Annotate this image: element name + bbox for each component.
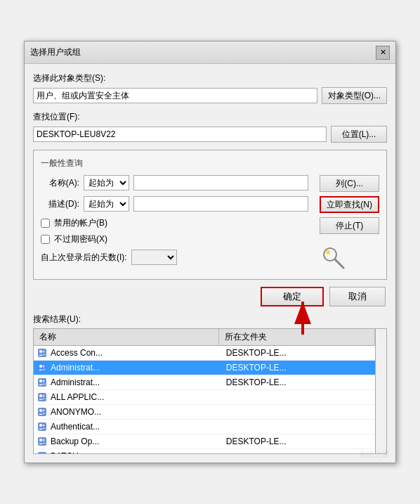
svg-point-9 (39, 365, 42, 368)
user-group-icon (37, 406, 48, 418)
disabled-label: 禁用的帐户(B) (54, 217, 107, 229)
stop-button[interactable]: 停止(T) (320, 217, 379, 234)
general-query-box: 一般性查询 名称(A): 起始为 描述(D): (33, 150, 387, 280)
svg-rect-20 (38, 422, 46, 431)
close-button[interactable]: ✕ (376, 46, 390, 60)
svg-point-10 (43, 366, 45, 368)
user-group-icon (37, 436, 48, 447)
results-list[interactable]: Access Con...DESKTOP-LE... Administrat..… (33, 345, 376, 454)
svg-point-12 (39, 380, 42, 382)
user-group-icon (37, 392, 48, 403)
svg-point-25 (43, 439, 45, 441)
search-icon-area (320, 244, 348, 272)
result-folder: DESKTOP-LE... (226, 377, 372, 387)
svg-rect-17 (38, 408, 46, 416)
object-type-button[interactable]: 对象类型(O)... (322, 87, 387, 104)
search-icon (320, 245, 347, 271)
svg-point-19 (43, 410, 45, 412)
cancel-button[interactable]: 取消 (329, 287, 386, 306)
results-header: 名称 所在文件夹 (33, 328, 376, 345)
arrow-annotation (282, 296, 324, 340)
name-row: 名称(A): 起始为 (41, 175, 308, 190)
scrollbar[interactable] (376, 328, 387, 454)
result-name: ANONYMO... (51, 407, 226, 417)
result-name: Administrat... (51, 363, 226, 373)
svg-point-24 (39, 439, 42, 441)
desc-label: 描述(D): (41, 198, 79, 210)
object-type-row: 对象类型(O)... (33, 87, 387, 104)
table-row[interactable]: Administrat...DESKTOP-LE... (34, 361, 375, 375)
location-row: 位置(L)... (33, 126, 387, 143)
svg-rect-11 (38, 378, 46, 387)
result-name: Access Con... (51, 348, 226, 358)
svg-rect-14 (38, 393, 46, 401)
name-dropdown[interactable]: 起始为 (84, 175, 129, 190)
results-list-container: 名称 所在文件夹 Access Con...DESKTOP-LE... Admi… (33, 328, 376, 454)
svg-point-2 (326, 250, 330, 254)
table-row[interactable]: Backup Op...DESKTOP-LE... (34, 434, 375, 449)
result-name: Backup Op... (51, 437, 226, 446)
object-type-label: 选择此对象类型(S): (33, 72, 387, 84)
result-name: BATCH (51, 451, 226, 454)
result-folder: DESKTOP-LE... (226, 348, 372, 358)
user-group-icon (37, 362, 48, 373)
query-form: 名称(A): 起始为 描述(D): 起始为 (41, 175, 379, 272)
right-buttons: 列(C)... 立即查找(N) 停止(T) (320, 175, 379, 272)
table-row[interactable]: ALL APPLIC... (34, 390, 375, 405)
results-container: 名称 所在文件夹 Access Con...DESKTOP-LE... Admi… (33, 328, 387, 454)
svg-point-15 (39, 394, 42, 397)
select-user-dialog: 选择用户或组 ✕ 选择此对象类型(S): 对象类型(O)... 查找位置(F):… (24, 41, 396, 463)
results-section: 搜索结果(U): 名称 所在文件夹 Access Con...DESKTOP-L… (33, 314, 387, 454)
desc-row: 描述(D): 起始为 (41, 196, 308, 212)
location-input[interactable] (33, 127, 327, 142)
svg-point-6 (39, 350, 42, 353)
search-now-button[interactable]: 立即查找(N) (320, 196, 379, 213)
disabled-checkbox[interactable] (41, 219, 50, 228)
table-row[interactable]: BATCH (34, 449, 375, 454)
noexpiry-label: 不过期密码(X) (54, 233, 107, 245)
name-label: 名称(A): (41, 177, 79, 189)
result-folder: DESKTOP-LE... (226, 437, 372, 446)
result-name: ALL APPLIC... (51, 392, 226, 402)
svg-point-22 (43, 425, 45, 427)
result-folder: DESKTOP-LE... (226, 363, 372, 373)
svg-rect-26 (38, 452, 46, 454)
query-fields: 名称(A): 起始为 描述(D): 起始为 (41, 175, 308, 272)
name-input[interactable] (133, 175, 308, 190)
user-group-icon (37, 451, 48, 454)
red-arrow-icon (282, 296, 324, 338)
noexpiry-checkbox[interactable] (41, 235, 50, 244)
watermark: 系统之家 (359, 449, 390, 460)
no-expiry-row: 不过期密码(X) (41, 233, 308, 245)
table-row[interactable]: Access Con...DESKTOP-LE... (34, 346, 375, 361)
days-dropdown[interactable] (131, 250, 177, 265)
dialog-title: 选择用户或组 (30, 46, 81, 58)
list-button[interactable]: 列(C)... (320, 175, 379, 192)
svg-point-18 (39, 409, 42, 412)
dialog-body: 选择此对象类型(S): 对象类型(O)... 查找位置(F): 位置(L)...… (25, 64, 395, 463)
svg-point-7 (43, 351, 45, 353)
user-group-icon (37, 347, 48, 358)
user-group-icon (37, 377, 48, 388)
col-name: 名称 (34, 329, 219, 345)
days-label: 自上次登录后的天数(I): (41, 252, 127, 264)
disabled-account-row: 禁用的帐户(B) (41, 217, 308, 229)
table-row[interactable]: Authenticat... (34, 420, 375, 434)
desc-input[interactable] (133, 196, 308, 212)
location-button[interactable]: 位置(L)... (331, 126, 387, 143)
bottom-buttons-row: 确定 取消 (33, 287, 387, 306)
object-type-input[interactable] (33, 88, 317, 103)
svg-rect-8 (38, 363, 46, 372)
table-row[interactable]: Administrat...DESKTOP-LE... (34, 375, 375, 390)
svg-point-21 (39, 424, 42, 427)
desc-dropdown[interactable]: 起始为 (84, 196, 129, 212)
user-group-icon (37, 421, 48, 432)
title-bar: 选择用户或组 ✕ (25, 41, 395, 64)
svg-point-16 (43, 395, 45, 397)
location-label: 查找位置(F): (33, 111, 387, 123)
general-query-title: 一般性查询 (41, 157, 379, 169)
table-row[interactable]: ANONYMO... (34, 405, 375, 420)
svg-point-13 (43, 380, 45, 382)
svg-rect-23 (38, 437, 46, 446)
svg-point-27 (39, 453, 42, 454)
